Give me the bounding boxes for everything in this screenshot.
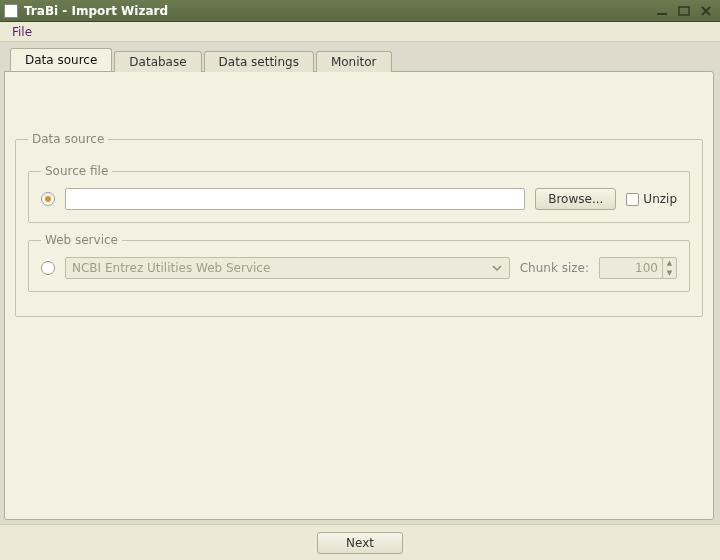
tabpanel-data-source: Data source Source file Browse... Unzip … [4, 71, 714, 520]
close-icon[interactable] [696, 3, 716, 19]
chunk-size-label: Chunk size: [520, 261, 589, 275]
app-icon [4, 4, 18, 18]
source-file-input[interactable] [65, 188, 525, 210]
svg-rect-1 [679, 7, 689, 15]
menu-file[interactable]: File [6, 23, 38, 41]
group-source-file-legend: Source file [41, 164, 112, 178]
group-web-service: Web service NCBI Entrez Utilities Web Se… [28, 233, 690, 292]
menubar: File [0, 22, 720, 42]
tabstrip: Data source Database Data settings Monit… [4, 48, 716, 71]
window-title: TraBi - Import Wizard [24, 4, 650, 18]
spin-down-icon: ▼ [663, 268, 676, 278]
tab-database[interactable]: Database [114, 51, 201, 72]
group-web-service-legend: Web service [41, 233, 122, 247]
chevron-down-icon [489, 260, 505, 276]
web-service-combo: NCBI Entrez Utilities Web Service [65, 257, 510, 279]
chunk-size-spinner: 100 ▲ ▼ [599, 257, 677, 279]
tab-data-source[interactable]: Data source [10, 48, 112, 71]
titlebar: TraBi - Import Wizard [0, 0, 720, 22]
unzip-checkbox[interactable]: Unzip [626, 192, 677, 206]
group-data-source-legend: Data source [28, 132, 108, 146]
group-data-source: Data source Source file Browse... Unzip … [15, 132, 703, 317]
minimize-icon[interactable] [652, 3, 672, 19]
maximize-icon[interactable] [674, 3, 694, 19]
unzip-label: Unzip [643, 192, 677, 206]
radio-web-service[interactable] [41, 261, 55, 275]
svg-rect-0 [657, 13, 667, 15]
content-area: Data source Database Data settings Monit… [0, 42, 720, 524]
browse-button[interactable]: Browse... [535, 188, 616, 210]
tab-data-settings[interactable]: Data settings [204, 51, 314, 72]
group-source-file: Source file Browse... Unzip [28, 164, 690, 223]
next-button[interactable]: Next [317, 532, 403, 554]
tab-monitor[interactable]: Monitor [316, 51, 392, 72]
radio-source-file[interactable] [41, 192, 55, 206]
chunk-size-value: 100 [600, 261, 662, 275]
web-service-combo-value: NCBI Entrez Utilities Web Service [72, 261, 270, 275]
footer: Next [0, 524, 720, 560]
spin-up-icon: ▲ [663, 258, 676, 268]
